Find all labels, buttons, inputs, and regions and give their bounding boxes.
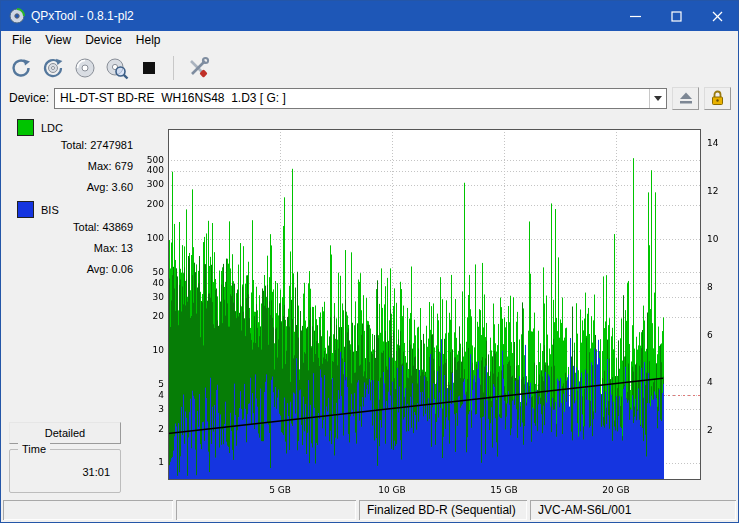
device-combobox[interactable]: HL-DT-ST BD-RE WH16NS48 1.D3 [ G: ] [54,88,667,109]
disc-search-icon [105,56,129,80]
toolbar-separator [173,56,174,80]
stop-button[interactable] [135,54,163,82]
menu-file[interactable]: File [5,32,38,48]
eject-icon [678,91,694,105]
disc-read-button[interactable] [71,54,99,82]
stop-icon [137,56,161,80]
stats-panel: LDC Total: 2747981 Max: 679 Avg: 3.60 BI… [1,113,141,498]
minimize-icon [630,11,641,22]
close-icon [712,11,723,22]
device-combobox-value: HL-DT-ST BD-RE WH16NS48 1.D3 [ G: ] [55,91,649,105]
status-disc-type: Finalized BD-R (Sequential) [359,500,527,520]
close-button[interactable] [697,1,738,31]
time-value: 31:01 [82,466,110,478]
maximize-button[interactable] [656,1,697,31]
minimize-button[interactable] [615,1,656,31]
bis-total: Total: 43869 [1,221,141,233]
lock-icon [710,90,725,106]
menu-device[interactable]: Device [78,32,129,48]
scan-disc-button[interactable] [39,54,67,82]
window-title: QPxTool - 0.8.1-pl2 [31,9,615,23]
quality-chart [141,113,738,498]
scan-start-button[interactable] [7,54,35,82]
chevron-down-icon [654,96,662,101]
maximize-icon [671,11,682,22]
time-group-label: Time [18,443,50,455]
lock-button[interactable] [704,87,731,110]
title-bar[interactable]: QPxTool - 0.8.1-pl2 [1,1,738,31]
bis-label: BIS [41,204,59,216]
device-bar: Device: HL-DT-ST BD-RE WH16NS48 1.D3 [ G… [1,86,738,113]
qpxtool-window: QPxTool - 0.8.1-pl2 File View Device Hel… [0,0,739,523]
combobox-dropdown-button[interactable] [649,89,666,108]
app-icon [9,8,25,24]
disc-read-icon [73,56,97,80]
disc-search-button[interactable] [103,54,131,82]
time-groupbox: Time 31:01 [9,449,121,493]
status-bar: Finalized BD-R (Sequential) JVC-AM-S6L/0… [1,498,738,523]
scan-disc-icon [41,56,65,80]
ldc-max: Max: 679 [1,160,141,172]
eject-button[interactable] [672,87,699,110]
detailed-button[interactable]: Detailed [9,422,121,444]
preferences-button[interactable] [184,54,212,82]
ldc-label: LDC [41,122,63,134]
device-label: Device: [9,91,49,105]
ldc-avg: Avg: 3.60 [1,181,141,193]
menu-bar: File View Device Help [1,31,738,49]
status-section-1 [3,500,173,520]
bis-color-swatch [17,201,34,218]
status-section-2 [176,500,356,520]
quality-chart-canvas [141,113,738,498]
main-area: LDC Total: 2747981 Max: 679 Avg: 3.60 BI… [1,113,738,498]
ldc-total: Total: 2747981 [1,139,141,151]
bis-max: Max: 13 [1,242,141,254]
menu-view[interactable]: View [38,32,78,48]
bis-avg: Avg: 0.06 [1,263,141,275]
toolbar [1,49,738,86]
scan-start-icon [9,56,33,80]
preferences-icon [186,56,210,80]
status-media-id: JVC-AM-S6L/001 [530,500,736,520]
menu-help[interactable]: Help [129,32,168,48]
ldc-color-swatch [17,119,34,136]
